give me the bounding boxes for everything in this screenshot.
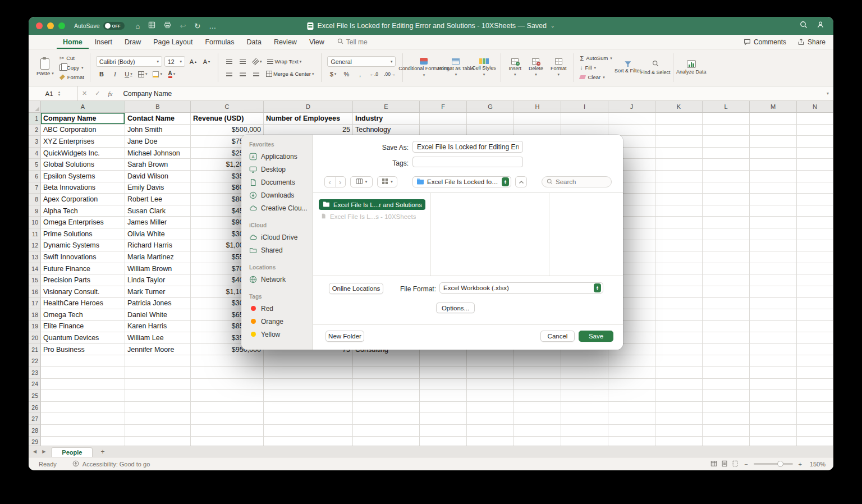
cell-A17[interactable]: HealthCare Heroes [41, 298, 125, 310]
tab-draw[interactable]: Draw [118, 35, 147, 49]
cell-styles-button[interactable]: Cell Styles▾ [473, 58, 495, 76]
cell-L25[interactable] [703, 390, 750, 402]
cell-B16[interactable]: Mark Turner [125, 286, 191, 298]
cell-K11[interactable] [655, 228, 703, 240]
orientation-button[interactable]: ▾ [251, 57, 264, 67]
cell-N26[interactable] [797, 402, 833, 414]
select-all-corner[interactable] [29, 101, 41, 112]
file-browser[interactable]: Excel File Is L...r and Solutions›Excel … [313, 193, 623, 276]
column-header-J[interactable]: J [608, 101, 655, 112]
row-header-11[interactable]: 11 [29, 228, 41, 240]
cell-L3[interactable] [703, 136, 750, 148]
zoom-slider-knob[interactable] [777, 461, 783, 467]
column-header-D[interactable]: D [264, 101, 353, 112]
cell-J28[interactable] [608, 425, 655, 437]
merge-center-button[interactable]: Merge & Center▾ [264, 69, 316, 79]
cell-K4[interactable] [655, 148, 703, 159]
minimize-window-button[interactable] [47, 22, 54, 29]
cell-N9[interactable] [797, 205, 833, 217]
format-painter-button[interactable]: Format [59, 73, 84, 81]
cell-A6[interactable]: Epsilon Systems [41, 171, 125, 182]
cell-M10[interactable] [750, 217, 797, 228]
tab-page-layout[interactable]: Page Layout [147, 35, 199, 49]
cell-B18[interactable]: Daniel White [125, 309, 191, 321]
column-header-B[interactable]: B [125, 101, 191, 112]
share-user-icon[interactable] [817, 21, 824, 31]
comma-format-button[interactable]: , [354, 69, 365, 79]
cell-M14[interactable] [750, 263, 797, 275]
cell-F26[interactable] [420, 402, 467, 414]
cell-M21[interactable] [750, 344, 797, 356]
forward-icon[interactable]: › [336, 177, 346, 187]
cell-K3[interactable] [655, 136, 703, 148]
sidebar-item-orange[interactable]: Orange [249, 315, 309, 328]
cell-D25[interactable] [264, 390, 353, 402]
collapse-button[interactable] [515, 176, 527, 187]
formula-content[interactable]: Company Name [123, 90, 172, 98]
view-mode-button[interactable]: ▾ [350, 176, 373, 187]
cell-F28[interactable] [420, 425, 467, 437]
paste-button[interactable]: Paste▾ [35, 58, 56, 77]
column-header-M[interactable]: M [750, 101, 797, 112]
cell-J25[interactable] [608, 390, 655, 402]
find-select-button[interactable]: Find & Select [644, 60, 667, 75]
cell-A7[interactable]: Beta Innovations [41, 182, 125, 194]
tell-me-search[interactable]: Tell me [337, 38, 368, 46]
cell-N25[interactable] [797, 390, 833, 402]
cell-D1[interactable]: Number of Employees [264, 113, 353, 125]
cell-F22[interactable] [420, 355, 467, 367]
cell-F23[interactable] [420, 367, 467, 379]
tab-formulas[interactable]: Formulas [199, 35, 240, 49]
cell-B10[interactable]: James Miller [125, 217, 191, 228]
cell-N15[interactable] [797, 274, 833, 286]
cell-L28[interactable] [703, 425, 750, 437]
cell-F1[interactable] [420, 113, 467, 125]
cancel-entry-icon[interactable]: ✕ [82, 90, 87, 97]
cell-B11[interactable]: Olivia White [125, 228, 191, 240]
cell-E23[interactable] [353, 367, 420, 379]
cell-K14[interactable] [655, 263, 703, 275]
row-header-3[interactable]: 3 [29, 136, 41, 148]
row-header-10[interactable]: 10 [29, 217, 41, 228]
cell-C23[interactable] [191, 367, 264, 379]
cell-A1[interactable]: Company Name [41, 113, 125, 125]
cell-M19[interactable] [750, 321, 797, 333]
file-format-popup[interactable]: Excel Workbook (.xlsx) ▲▼ [439, 282, 603, 294]
cell-D29[interactable] [264, 437, 353, 446]
cell-M23[interactable] [750, 367, 797, 379]
row-header-24[interactable]: 24 [29, 379, 41, 391]
cell-K26[interactable] [655, 402, 703, 414]
cell-K7[interactable] [655, 182, 703, 194]
cell-F29[interactable] [420, 437, 467, 446]
cell-N8[interactable] [797, 194, 833, 205]
row-header-17[interactable]: 17 [29, 298, 41, 310]
row-header-8[interactable]: 8 [29, 194, 41, 205]
cell-B28[interactable] [125, 425, 191, 437]
cell-L10[interactable] [703, 217, 750, 228]
cell-L1[interactable] [703, 113, 750, 125]
cell-L23[interactable] [703, 367, 750, 379]
name-box[interactable]: A1 ▲▼ [29, 86, 78, 100]
cell-D24[interactable] [264, 379, 353, 391]
cell-L12[interactable] [703, 240, 750, 252]
row-header-5[interactable]: 5 [29, 159, 41, 171]
cell-L15[interactable] [703, 274, 750, 286]
cell-B29[interactable] [125, 437, 191, 446]
autosave-toggle[interactable]: AutoSave OFF [74, 22, 125, 30]
cell-I23[interactable] [561, 367, 608, 379]
cell-K15[interactable] [655, 274, 703, 286]
accessibility-status[interactable]: Accessibility: Good to go [72, 460, 150, 468]
search-field[interactable] [542, 176, 612, 187]
cell-M28[interactable] [750, 425, 797, 437]
cell-L21[interactable] [703, 344, 750, 356]
align-right-button[interactable] [251, 69, 262, 79]
normal-view-icon[interactable] [710, 460, 717, 468]
cell-A10[interactable]: Omega Enterprises [41, 217, 125, 228]
row-header-23[interactable]: 23 [29, 367, 41, 379]
chevron-down-icon[interactable]: ⌄ [551, 23, 555, 29]
location-popup[interactable]: Excel File Is Locked for E... ▲▼ [412, 176, 511, 187]
cell-K25[interactable] [655, 390, 703, 402]
cell-D26[interactable] [264, 402, 353, 414]
cell-B3[interactable]: Jane Doe [125, 136, 191, 148]
cell-B26[interactable] [125, 402, 191, 414]
